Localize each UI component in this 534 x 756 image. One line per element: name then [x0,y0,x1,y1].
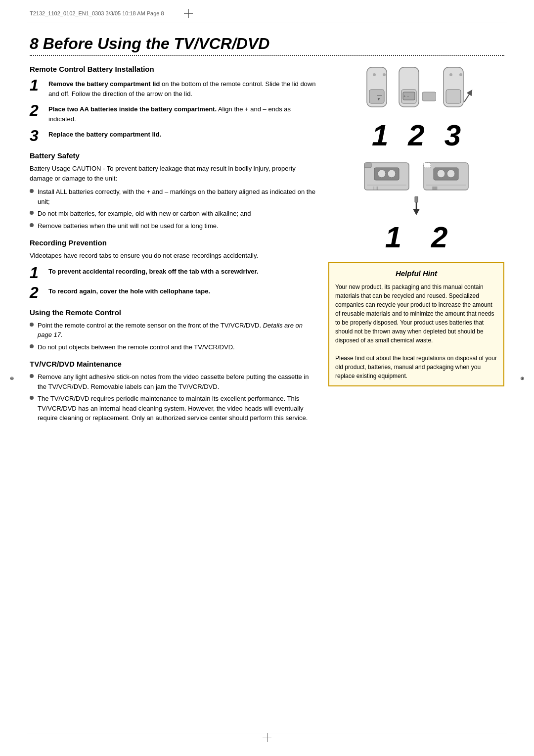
screwdriver-area [399,196,434,216]
step-number-1: 1 [30,77,44,93]
battery-safety-intro: Battery Usage CAUTION - To prevent batte… [30,164,316,183]
recording-prevention-heading: Recording Prevention [30,238,316,247]
bullet-text: Install ALL batteries correctly, with th… [38,187,316,206]
page-wrapper: T2132_1102_0102_EN1_0303 3/3/05 10:18 AM… [0,0,534,756]
battery-step-3: 3 Replace the battery compartment lid. [30,128,316,143]
svg-text:▼: ▼ [377,97,381,101]
big-num-rec-2: 2 [431,220,447,254]
remote-diagrams: ▼ + − [328,65,504,114]
bullet-icon [30,396,34,400]
helpful-hint-title: Helpful Hint [335,268,497,280]
svg-text:||||||: |||||| [373,186,378,190]
rec-step-2-text: To record again, cover the hole with cel… [48,284,210,296]
rec-step-1-text: To prevent accidental recording, break o… [48,265,259,277]
big-num-rec-1: 1 [385,220,401,254]
bullet-text: Remove batteries when the unit will not … [38,221,219,231]
bullet-icon [30,344,34,348]
list-item: The TV/VCR/DVD requires periodic mainten… [30,394,316,423]
rec-step-number-2: 2 [30,284,44,300]
list-item: Do not put objects between the remote co… [30,342,316,352]
title-divider [30,55,504,56]
meta-text: T2132_1102_0102_EN1_0303 3/3/05 10:18 AM… [30,10,164,16]
bullet-icon [30,323,34,327]
two-column-layout: Remote Control Battery Installation 1 Re… [30,65,504,425]
bullet-icon [30,211,34,215]
cassette-diagrams: |||||| |||||| [328,160,504,216]
bullet-text: Remove any light adhesive stick-on notes… [38,372,316,391]
svg-point-14 [459,73,462,76]
step-number-2: 2 [30,102,44,118]
maintenance-list: Remove any light adhesive stick-on notes… [30,372,316,423]
maintenance-heading: TV/VCR/DVD Maintenance [30,360,316,368]
recording-step-2: 2 To record again, cover the hole with c… [30,284,316,300]
step-1-text: Remove the battery compartment lid on th… [48,77,316,98]
bullet-icon [30,189,34,193]
svg-point-18 [378,170,386,178]
right-margin-mark: ⊕ [520,376,524,381]
svg-rect-20 [364,163,371,168]
cassette-diagram-2: |||||| [421,160,471,192]
top-crosshair-icon [184,9,193,18]
left-column: Remote Control Battery Installation 1 Re… [30,65,316,425]
svg-rect-12 [446,90,461,103]
using-remote-heading: Using the Remote Control [30,308,316,317]
svg-line-15 [464,92,471,102]
left-margin-mark: ⊕ [10,376,14,381]
helpful-hint-text: Your new product, its packaging and this… [335,283,497,380]
remote-diagram-2: + − [397,65,436,114]
page-title: 8 Before Using the TV/VCR/DVD [30,35,504,53]
svg-marker-31 [413,209,420,215]
step-1-bold: Remove the battery compartment lid [48,80,160,88]
list-item: Remove batteries when the unit will not … [30,221,316,231]
svg-rect-27 [424,163,431,168]
list-item: Do not mix batteries, for example, old w… [30,209,316,219]
bullet-text: Do not mix batteries, for example, old w… [38,209,251,219]
step-2-text: Place two AA batteries inside the batter… [48,102,316,124]
main-content: 8 Before Using the TV/VCR/DVD Remote Con… [30,30,504,726]
rec-step-number-1: 1 [30,265,44,281]
svg-point-3 [383,73,386,76]
svg-text:||||||: |||||| [432,186,438,190]
list-item: Remove any light adhesive stick-on notes… [30,372,316,391]
bullet-icon [30,223,34,227]
svg-point-25 [437,170,445,178]
list-item: Install ALL batteries correctly, with th… [30,187,316,206]
battery-safety-list: Install ALL batteries correctly, with th… [30,187,316,231]
bullet-text: The TV/VCR/DVD requires periodic mainten… [38,394,316,423]
svg-point-19 [388,170,396,178]
bullet-icon [30,374,34,378]
step-3-bold: Replace the battery compartment lid. [48,131,161,138]
rec-step-1-bold: To prevent accidental recording, break o… [48,268,259,275]
svg-point-13 [449,73,452,76]
bullet-text: Point the remote control at the remote s… [38,321,316,340]
cassette-row: |||||| |||||| [362,160,471,192]
list-item: Point the remote control at the remote s… [30,321,316,340]
battery-installation-heading: Remote Control Battery Installation [30,65,316,73]
step-3-text: Replace the battery compartment lid. [48,128,161,140]
remote-diagram-1: ▼ [359,65,394,114]
helpful-hint-box: Helpful Hint Your new product, its packa… [328,262,504,386]
screwdriver-icon [409,196,434,216]
rec-step-2-bold: To record again, cover the hole with cel… [48,287,210,295]
battery-step-2: 2 Place two AA batteries inside the batt… [30,102,316,124]
big-num-1: 1 [372,118,388,152]
step-2-bold: Place two AA batteries inside the batter… [48,105,217,113]
recording-step-numbers: 1 2 [328,220,504,254]
bullet-text: Do not put objects between the remote co… [38,342,235,352]
recording-step-1: 1 To prevent accidental recording, break… [30,265,316,281]
battery-step-1: 1 Remove the battery compartment lid on … [30,77,316,98]
remote-diagram-3 [439,65,473,114]
svg-point-26 [447,170,455,178]
cassette-diagram-1: |||||| [362,160,411,192]
recording-prevention-intro: Videotapes have record tabs to ensure yo… [30,251,316,261]
big-num-2: 2 [408,118,424,152]
big-num-3: 3 [445,118,461,152]
svg-point-2 [373,73,376,76]
step-number-3: 3 [30,128,44,143]
battery-safety-heading: Battery Safety [30,151,316,160]
svg-text:+  −: + − [403,94,409,98]
using-remote-list: Point the remote control at the remote s… [30,321,316,352]
battery-step-numbers: 1 2 3 [328,118,504,152]
top-divider [27,22,507,22]
meta-line: T2132_1102_0102_EN1_0303 3/3/05 10:18 AM… [30,9,193,18]
